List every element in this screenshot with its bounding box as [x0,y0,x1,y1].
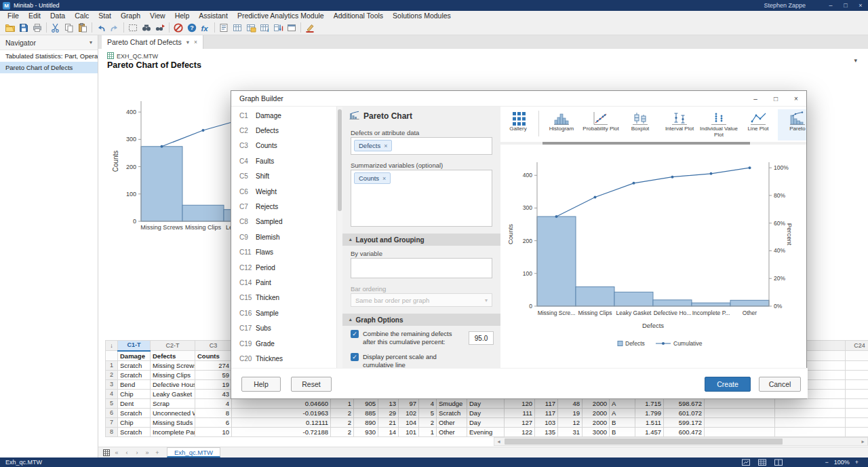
cell-r3c21[interactable] [846,380,868,390]
cell-r7c21[interactable] [846,418,868,428]
cell-r5c17[interactable]: 1.715 [635,399,664,409]
cell-r8c1[interactable]: Scratch [118,428,151,437]
row-number[interactable]: 3 [106,380,118,390]
cell-r4c1[interactable]: Chip [118,390,151,399]
cell-r6c3[interactable]: 8 [195,409,232,418]
scrollbar-thumb[interactable] [338,109,342,211]
tab-menu-icon[interactable]: ▾ [186,39,189,45]
column-item-c8[interactable]: C8Sampled [231,214,336,229]
cell-r4c3[interactable]: 43 [195,390,232,399]
menu-help[interactable]: Help [170,12,195,20]
cell-r8c12[interactable]: 122 [505,428,535,437]
row-number[interactable]: 7 [106,418,118,428]
counts-chip[interactable]: Counts× [354,172,391,184]
section-layout-grouping[interactable]: ▴Layout and Grouping [342,234,500,246]
column-info-icon[interactable]: i [258,22,271,34]
by-variable-field[interactable] [351,258,492,278]
cell-r8c3[interactable]: 10 [195,428,232,437]
cell-r6c10[interactable]: Scratch [437,409,467,418]
cell-r5c3[interactable]: 4 [195,399,232,409]
navigator-menu-icon[interactable]: ▾ [90,39,92,45]
cell-r5c6[interactable]: 905 [354,399,378,409]
last-worksheet-button[interactable]: » [143,449,151,456]
cell-r8c8[interactable]: 101 [399,428,419,437]
column-item-c6[interactable]: C6Weight [231,184,336,199]
help-button[interactable]: Help [241,377,281,392]
status-output-view-icon[interactable] [742,459,750,466]
scrollbar-thumb[interactable] [542,142,750,145]
cell-r6c21[interactable] [846,409,868,418]
close-button[interactable]: × [853,2,868,9]
cell-r6c14[interactable]: 19 [558,409,583,418]
row-number[interactable]: 4 [106,390,118,399]
select-cells-icon[interactable] [126,22,140,34]
column-item-c19[interactable]: C19Grade [231,336,336,351]
cell-r6c20[interactable] [775,409,846,418]
show-worksheets-icon[interactable] [231,22,244,34]
find-icon[interactable] [140,22,153,34]
cell-r5c2[interactable]: Scrap [151,399,195,409]
cell-r7c15[interactable]: 2000 [583,418,610,428]
cell-r6c8[interactable]: 102 [399,409,419,418]
cell-r8c16[interactable]: B [610,428,635,437]
column-item-c17[interactable]: C17Subs [231,320,336,335]
dialog-close-button[interactable]: × [786,91,806,106]
insert-formula-icon[interactable]: fx [199,22,212,34]
cell-r5c12[interactable]: 120 [505,399,535,409]
menu-predictive-analytics-module[interactable]: Predictive Analytics Module [233,12,329,20]
summarized-variables-field[interactable]: Counts× [351,170,492,227]
gallery-item-probability-plot[interactable]: Probability Plot [581,109,620,141]
menu-edit[interactable]: Edit [24,12,45,20]
column-item-c12[interactable]: C12Period [231,260,336,275]
minimize-button[interactable]: – [823,2,838,9]
defects-field[interactable]: Defects× [351,137,492,155]
cell-r5c5[interactable]: 1 [331,399,354,409]
scrollbar-thumb[interactable] [505,438,783,445]
cell-r5c8[interactable]: 97 [399,399,419,409]
cell-r6c13[interactable]: 117 [535,409,558,418]
menu-solutions-modules[interactable]: Solutions Modules [388,12,456,20]
help-icon[interactable]: ? [185,22,199,34]
cell-r7c14[interactable]: 12 [558,418,583,428]
cell-r1c3[interactable]: 274 [195,361,232,371]
column-item-c20[interactable]: C20Thicknes [231,351,336,366]
cell-r7c7[interactable]: 21 [378,418,399,428]
menu-graph[interactable]: Graph [116,12,145,20]
previous-worksheet-button[interactable]: ‹ [123,449,131,456]
menu-stat[interactable]: Stat [94,12,116,20]
gallery-item-individual-value-plot[interactable]: Individual Value Plot [699,109,738,141]
cell-r8c20[interactable] [775,428,846,437]
menu-file[interactable]: File [3,12,24,20]
create-button[interactable]: Create [705,377,751,392]
scroll-right-icon[interactable]: ▸ [859,438,867,445]
cell-r7c9[interactable]: 2 [419,418,437,428]
worksheet-tab-exh-qc[interactable]: Exh_qc.MTW [167,447,220,457]
cell-r5c1[interactable]: Dent [118,399,151,409]
column-name-cell[interactable]: Defects [151,351,195,361]
column-item-c9[interactable]: C9Blemish [231,229,336,244]
cell-r6c9[interactable]: 5 [419,409,437,418]
column-item-c1[interactable]: C1Damage [231,108,336,123]
column-name-cell[interactable] [846,351,868,361]
cell-r5c14[interactable]: 48 [558,399,583,409]
find-next-icon[interactable] [153,22,167,34]
open-project-icon[interactable] [3,22,17,34]
scrollbar-track[interactable] [503,438,859,445]
cumulative-percent-input[interactable]: 95.0 [469,331,494,345]
cell-r8c9[interactable]: 1 [419,428,437,437]
combine-defects-checkbox[interactable]: ✓ [351,330,359,338]
cell-r6c17[interactable]: 1.799 [635,409,664,418]
column-item-c7[interactable]: C7Rejects [231,199,336,214]
cell-r7c5[interactable]: 2 [331,418,354,428]
column-header-c24[interactable]: C24 [846,341,868,351]
chip-remove-icon[interactable]: × [384,143,387,149]
cell-r8c4[interactable]: -0.72188 [232,428,331,437]
cell-r8c15[interactable]: 3000 [583,428,610,437]
cell-r6c16[interactable]: A [610,409,635,418]
edit-last-dialog-icon[interactable] [285,22,298,34]
row-number[interactable]: 8 [106,428,118,437]
cell-r8c11[interactable]: Evening [467,428,505,437]
menu-data[interactable]: Data [45,12,70,20]
cell-r7c11[interactable]: Day [467,418,505,428]
cell-r6c5[interactable]: 2 [331,409,354,418]
